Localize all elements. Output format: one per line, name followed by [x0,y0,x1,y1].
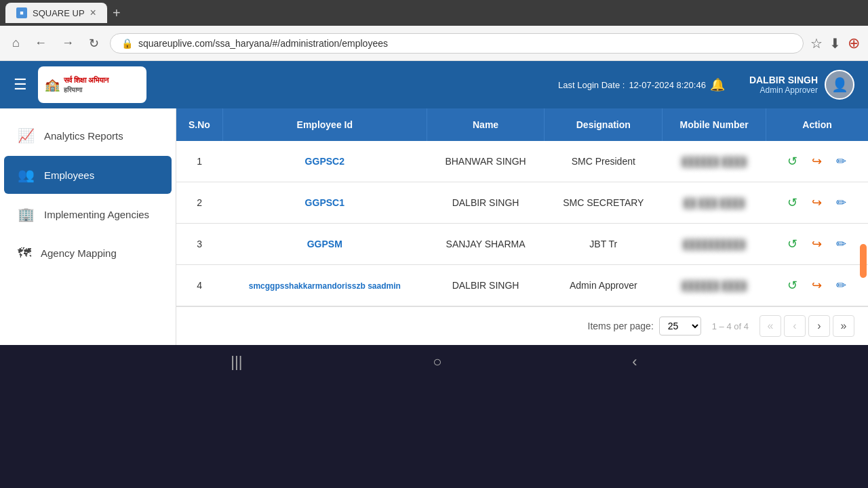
items-per-page: Items per page: 25 50 100 [588,317,701,336]
edit-icon-2[interactable]: ✏ [832,193,851,212]
sidebar-item-label-implementing: Implementing Agencies [44,209,149,220]
mobile-1: ██████ ████ [663,141,766,182]
sidebar-item-implementing[interactable]: 🏢 Implementing Agencies [4,195,172,233]
back-icon[interactable]: ← [31,32,51,54]
recent-apps-icon[interactable]: ||| [231,353,242,371]
edit-icon-4[interactable]: ✏ [832,276,851,295]
sno-4: 4 [176,265,222,306]
sidebar-item-employees[interactable]: 👥 Employees [4,156,172,194]
designation-1: SMC President [545,141,663,182]
designation-4: Admin Approver [545,265,663,306]
mobile-4: ██████ ████ [663,265,766,306]
redirect-icon-1[interactable]: ↪ [808,152,827,171]
name-3: SANJAY SHARMA [427,224,545,265]
agency-icon: 🗺 [18,245,31,261]
url-text: squareuplive.com/ssa_haryana/#/administr… [138,38,388,49]
emp-id-2[interactable]: GGPSC1 [222,182,427,224]
employees-icon: 👥 [18,167,35,183]
page-info: 1 – 4 of 4 [712,321,749,331]
table-row: 4 smcggpsshakkarmandorisszb saadmin DALB… [176,265,868,306]
emp-id-3[interactable]: GGPSM [222,224,427,265]
table-container: S.No Employee Id Name Designation Mobile… [176,108,868,345]
emp-id-4[interactable]: smcggpsshakkarmandorisszb saadmin [222,265,427,306]
page-nav: « ‹ › » [760,315,854,337]
bell-icon[interactable]: 🔔 [710,77,725,92]
browser-menu-icon[interactable]: ⊕ [848,35,860,52]
items-per-page-label: Items per page: [588,321,654,331]
tab-title: SQUARE UP [33,8,85,18]
edit-icon-1[interactable]: ✏ [832,152,851,171]
user-info: DALBIR SINGH Admin Approver 👤 [749,70,854,100]
star-icon[interactable]: ☆ [810,35,823,52]
content-wrapper: S.No Employee Id Name Designation Mobile… [176,108,868,345]
employees-table: S.No Employee Id Name Designation Mobile… [176,108,868,306]
action-4: ↺ ↪ ✏ [766,265,868,306]
sidebar: 📈 Analytics Reports 👥 Employees 🏢 Implem… [0,108,176,345]
scroll-indicator[interactable] [860,244,867,278]
avatar: 👤 [825,70,854,100]
col-emp-id: Employee Id [222,108,427,141]
history-icon-4[interactable]: ↺ [783,276,802,295]
table-row: 1 GGPSC2 BHANWAR SINGH SMC President ███… [176,141,868,182]
implementing-icon: 🏢 [18,206,35,222]
table-row: 3 GGPSM SANJAY SHARMA JBT Tr ██████████ … [176,224,868,265]
per-page-select[interactable]: 25 50 100 [659,317,701,336]
last-page-button[interactable]: » [833,315,854,337]
tab-close-icon[interactable]: × [90,7,96,19]
logo-box: 🏫 सर्व शिक्षा अभियान हरियाणा [38,66,146,103]
user-name: DALBIR SINGH [749,75,818,85]
sidebar-item-label-agency: Agency Mapping [41,247,117,259]
designation-3: JBT Tr [545,224,663,265]
col-mobile: Mobile Number [663,108,766,141]
sno-3: 3 [176,224,222,265]
login-label: Last Login Date : [558,80,625,90]
first-page-button[interactable]: « [760,315,781,337]
history-icon-3[interactable]: ↺ [783,235,802,253]
download-icon[interactable]: ⬇ [829,35,841,52]
logo-line1: सर्व शिक्षा अभियान [64,75,108,85]
action-3: ↺ ↪ ✏ [766,224,868,265]
name-1: BHANWAR SINGH [427,141,545,182]
lock-icon: 🔒 [121,38,133,49]
home-button[interactable]: ○ [433,353,441,371]
new-tab-button[interactable]: + [113,5,121,21]
back-button[interactable]: ‹ [632,353,637,371]
address-bar[interactable]: 🔒 squareuplive.com/ssa_haryana/#/adminis… [110,33,804,54]
sidebar-item-label-analytics: Analytics Reports [44,130,123,142]
next-page-button[interactable]: › [808,315,830,337]
login-info: Last Login Date : 12-07-2024 8:20:46 🔔 [558,77,725,92]
col-action: Action [766,108,868,141]
reload-icon[interactable]: ↻ [85,32,103,55]
col-sno: S.No [176,108,222,141]
mobile-2: ██ ███ ████ [663,182,766,224]
emp-id-1[interactable]: GGPSC2 [222,141,427,182]
sidebar-item-label-employees: Employees [44,169,94,181]
history-icon-1[interactable]: ↺ [783,152,802,171]
tab-favicon: ■ [16,7,27,18]
sidebar-item-agency[interactable]: 🗺 Agency Mapping [4,235,172,272]
redirect-icon-3[interactable]: ↪ [808,235,827,253]
name-4: DALBIR SINGH [427,265,545,306]
action-1: ↺ ↪ ✏ [766,141,868,182]
hamburger-icon[interactable]: ☰ [14,76,27,94]
user-role: Admin Approver [749,85,818,95]
nav-bar: ⌂ ← → ↻ 🔒 squareuplive.com/ssa_haryana/#… [0,26,868,61]
sidebar-item-analytics[interactable]: 📈 Analytics Reports [4,117,172,155]
forward-icon[interactable]: → [58,32,78,54]
designation-2: SMC SECRETARY [545,182,663,224]
home-icon[interactable]: ⌂ [8,32,24,54]
mobile-3: ██████████ [663,224,766,265]
logo-image-area: 🏫 [45,77,60,92]
col-name: Name [427,108,545,141]
history-icon-2[interactable]: ↺ [783,193,802,212]
redirect-icon-2[interactable]: ↪ [808,193,827,212]
active-tab[interactable]: ■ SQUARE UP × [5,3,107,23]
main-layout: 📈 Analytics Reports 👥 Employees 🏢 Implem… [0,108,868,345]
edit-icon-3[interactable]: ✏ [832,235,851,253]
analytics-icon: 📈 [18,127,35,144]
login-date: 12-07-2024 8:20:46 [629,80,705,90]
redirect-icon-4[interactable]: ↪ [808,276,827,295]
sno-1: 1 [176,141,222,182]
prev-page-button[interactable]: ‹ [784,315,806,337]
bottom-bar: ||| ○ ‹ [0,345,868,379]
